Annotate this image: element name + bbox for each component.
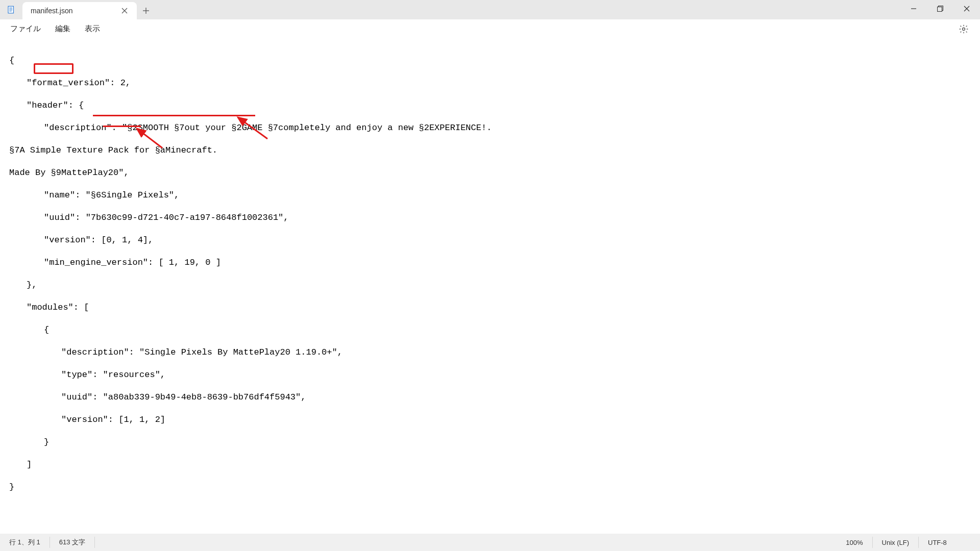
code-line: "format_version": 2, bbox=[9, 78, 980, 89]
svg-rect-0 bbox=[8, 6, 14, 13]
status-bar: 行 1、列 1 613 文字 100% Unix (LF) UTF-8 bbox=[0, 534, 980, 551]
code-line: } bbox=[9, 482, 980, 493]
code-line: "min_engine_version": [ 1, 19, 0 ] bbox=[9, 257, 980, 268]
code-line: "uuid": "7b630c99-d721-40c7-a197-8648f10… bbox=[9, 212, 980, 223]
maximize-icon[interactable] bbox=[927, 0, 953, 17]
code-content: { "format_version": 2, "header": { "desc… bbox=[9, 44, 980, 534]
code-line: "version": [1, 1, 2] bbox=[9, 414, 980, 425]
code-line: } bbox=[9, 437, 980, 448]
code-line: "name": "§6Single Pixels", bbox=[9, 190, 980, 201]
title-bar: manifest.json bbox=[0, 0, 980, 19]
code-line: Made By §9MattePlay20", bbox=[9, 167, 980, 179]
code-line: "header": { bbox=[9, 100, 980, 111]
menu-bar: ファイル 編集 表示 bbox=[0, 19, 980, 39]
menu-edit[interactable]: 編集 bbox=[48, 21, 78, 37]
close-icon[interactable] bbox=[118, 5, 131, 17]
tab-title: manifest.json bbox=[31, 7, 72, 15]
svg-point-14 bbox=[963, 28, 965, 30]
new-tab-button[interactable] bbox=[137, 2, 155, 19]
status-cursor[interactable]: 行 1、列 1 bbox=[0, 537, 50, 548]
status-encoding[interactable]: UTF-8 bbox=[919, 537, 980, 548]
code-line: "description": "Single Pixels By MattePl… bbox=[9, 347, 980, 358]
window-close-icon[interactable] bbox=[953, 0, 980, 17]
gear-icon[interactable] bbox=[954, 20, 973, 38]
code-line: }, bbox=[9, 280, 980, 291]
code-line: "modules": [ bbox=[9, 302, 980, 313]
menu-file[interactable]: ファイル bbox=[3, 21, 48, 37]
status-zoom[interactable]: 100% bbox=[837, 537, 872, 548]
editor-area[interactable]: { "format_version": 2, "header": { "desc… bbox=[0, 39, 980, 534]
code-line: "uuid": "a80ab339-9b49-4eb8-8639-bb76df4… bbox=[9, 392, 980, 403]
code-line: "description": "§2SMOOTH §7out your §2GA… bbox=[9, 122, 980, 134]
status-line-ending[interactable]: Unix (LF) bbox=[873, 537, 919, 548]
code-line: { bbox=[9, 324, 980, 336]
annotation-underline-uuid bbox=[93, 115, 255, 116]
app-icon bbox=[0, 0, 22, 19]
menu-view[interactable]: 表示 bbox=[78, 21, 107, 37]
code-line: "version": [0, 1, 4], bbox=[9, 235, 980, 246]
minimize-icon[interactable] bbox=[900, 0, 927, 17]
code-line: §7A Simple Texture Pack for §aMinecraft. bbox=[9, 145, 980, 156]
code-line: "type": "resources", bbox=[9, 369, 980, 381]
code-line: ] bbox=[9, 459, 980, 470]
svg-rect-11 bbox=[938, 7, 942, 12]
window-controls bbox=[900, 0, 980, 19]
status-char-count[interactable]: 613 文字 bbox=[50, 537, 95, 548]
tab-manifest[interactable]: manifest.json bbox=[22, 2, 137, 19]
code-line: { bbox=[9, 55, 980, 66]
